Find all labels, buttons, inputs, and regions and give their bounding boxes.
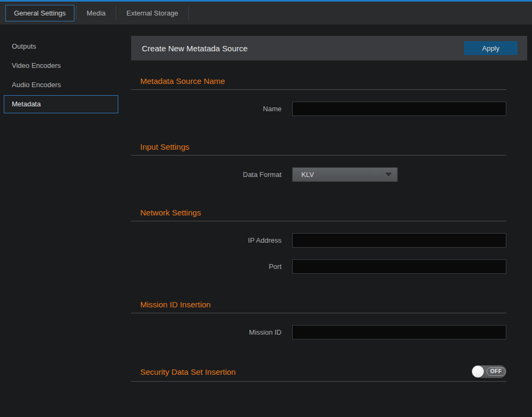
mission-id-row: Mission ID	[131, 325, 506, 339]
tab-separator	[188, 6, 189, 20]
data-format-select[interactable]: KLV	[292, 167, 398, 182]
data-format-label: Data Format	[131, 171, 282, 179]
mission-id-input[interactable]	[292, 325, 506, 339]
mission-id-label: Mission ID	[131, 328, 282, 336]
port-row: Port	[131, 259, 506, 274]
metadata-form: Metadata Source Name Name Input Settings…	[131, 76, 506, 382]
sidebar-item-outputs[interactable]: Outputs	[4, 37, 118, 56]
sidebar: Outputs Video Encoders Audio Encoders Me…	[0, 25, 131, 417]
name-row: Name	[131, 102, 506, 116]
section-title-security-data-set-insertion: Security Data Set Insertion	[140, 367, 235, 377]
section-divider	[131, 89, 506, 90]
ip-address-row: IP Address	[131, 233, 506, 248]
security-toggle-switch[interactable]: OFF	[472, 365, 506, 378]
name-input[interactable]	[292, 102, 506, 116]
ip-address-input[interactable]	[292, 233, 506, 248]
tab-separator	[76, 6, 77, 20]
section-divider	[131, 155, 506, 156]
section-divider	[131, 313, 506, 313]
security-section-header: Security Data Set Insertion OFF	[131, 365, 506, 378]
toggle-knob	[472, 366, 484, 377]
content-panel: Create New Metatada Source Apply Metadat…	[131, 25, 527, 417]
tab-external-storage[interactable]: External Storage	[118, 5, 187, 21]
data-format-selected-value: KLV	[301, 171, 314, 179]
port-input[interactable]	[292, 259, 506, 274]
section-divider	[131, 381, 506, 382]
section-title-input-settings: Input Settings	[140, 142, 506, 152]
sidebar-item-audio-encoders[interactable]: Audio Encoders	[4, 76, 118, 94]
app-window: General Settings Media External Storage …	[0, 0, 532, 417]
panel-header: Create New Metatada Source Apply	[131, 36, 527, 60]
section-title-network-settings: Network Settings	[140, 207, 506, 218]
sidebar-item-video-encoders[interactable]: Video Encoders	[4, 57, 118, 75]
apply-button[interactable]: Apply	[464, 41, 518, 55]
ip-address-label: IP Address	[131, 236, 282, 244]
tab-media[interactable]: Media	[78, 5, 114, 21]
port-label: Port	[131, 262, 282, 271]
section-title-mission-id-insertion: Mission ID Insertion	[140, 299, 506, 310]
page-title: Create New Metatada Source	[142, 44, 248, 53]
section-title-metadata-source-name: Metadata Source Name	[140, 76, 506, 86]
toggle-state-label: OFF	[487, 367, 506, 376]
tab-separator	[116, 6, 116, 20]
section-divider	[131, 221, 506, 221]
main-area: Outputs Video Encoders Audio Encoders Me…	[0, 25, 532, 417]
name-label: Name	[131, 105, 282, 113]
top-tab-bar: General Settings Media External Storage	[0, 2, 532, 25]
data-format-row: Data Format KLV	[131, 167, 506, 182]
sidebar-item-metadata[interactable]: Metadata	[4, 95, 118, 113]
tab-general-settings[interactable]: General Settings	[5, 5, 74, 21]
chevron-down-icon	[385, 173, 392, 176]
